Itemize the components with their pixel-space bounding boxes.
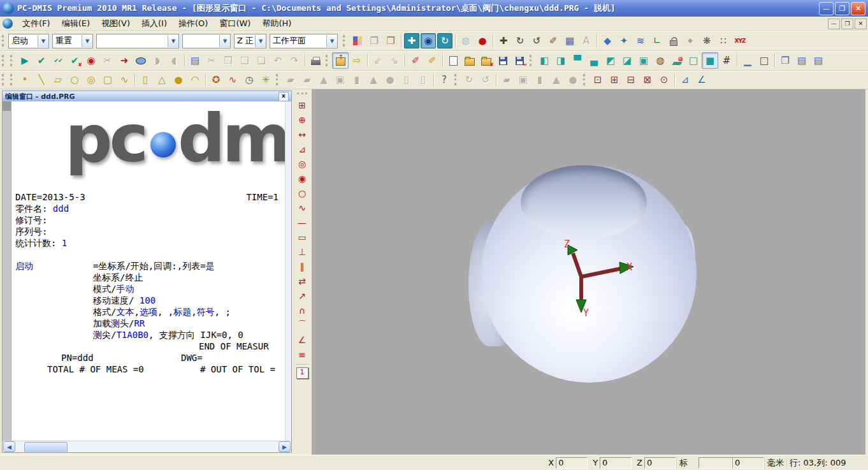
save-icon[interactable] [495,52,511,69]
gdt-flatness-icon[interactable]: ▭ [294,230,310,244]
constructed-square2-icon[interactable]: ▯ [415,71,431,88]
edit-window-titlebar[interactable]: 编辑窗口 - ddd.PRG x [3,91,291,101]
marker-yellow-icon[interactable]: ✐ [424,52,440,69]
window-cascade-icon[interactable]: ❐ [777,52,793,69]
layers-icon[interactable]: ≋ [632,33,649,49]
probe-enable-icon[interactable] [332,52,349,69]
marker-red-icon[interactable]: ✐ [407,52,424,69]
rotate-view-icon[interactable]: ◉ [421,33,436,48]
rotate-2d-icon[interactable]: ↻ [512,33,528,49]
measured-cylinder-icon[interactable]: ▯ [137,71,154,88]
gdt-straightness-icon[interactable]: — [294,215,310,230]
gdt-symmetry-arrows-icon[interactable]: ⇄ [294,274,310,288]
angle-3d-icon[interactable]: ∠ [693,71,710,88]
chevron-down-icon[interactable]: ▼ [168,35,178,47]
measured-slot-icon[interactable]: ▢ [99,71,116,88]
view-cube-bottom-icon[interactable]: ▄ [586,52,602,69]
dim-angle-icon[interactable]: ⊟ [623,71,639,88]
menu-view[interactable]: 视图(V) [96,17,136,31]
redo-icon[interactable]: ↷ [286,52,303,69]
restore-button[interactable]: ❐ [835,2,850,15]
view-cube-left-icon[interactable]: ◩ [602,52,619,69]
auto-circle-icon[interactable]: ▣ [515,71,532,88]
gdt-line-profile-icon[interactable]: ⌒ [294,318,310,332]
paste-special-icon[interactable]: ❏ [253,52,270,69]
gdt-parallelism-icon[interactable]: ∥ [294,259,310,274]
undo-icon[interactable]: ↶ [270,52,286,69]
menu-window[interactable]: 窗口(W) [213,17,256,31]
gdt-profile-curve-icon[interactable]: ∿ [294,200,310,215]
child-minimize-button[interactable]: — [828,18,840,29]
view-cube-back-icon[interactable]: ◨ [553,52,569,69]
constructed-plane-icon[interactable]: ▰ [282,71,299,88]
skip-icon[interactable]: ✂ [99,52,116,69]
workplane-combo[interactable]: 工作平面▼ [270,34,338,48]
execute-double-check-icon[interactable]: ✔✔ [50,52,66,69]
cut-icon[interactable]: ✂ [203,52,220,69]
execute-icon[interactable]: ▶ [17,52,33,69]
report-list-icon[interactable]: ▤ [793,52,810,69]
gdt-location-icon[interactable]: ⊕ [294,112,310,127]
gdt-distance-icon[interactable]: ↔ [294,127,310,142]
menu-operation[interactable]: 操作(O) [173,17,213,31]
minimize-button[interactable]: — [819,2,834,15]
constructed-plane2-icon[interactable]: ▰ [299,71,315,88]
translate-icon[interactable]: ✚ [495,33,512,49]
restore-graphics-icon[interactable]: □ [756,52,772,69]
gdt-angularity-icon[interactable]: ∠ [294,332,310,347]
scroll-right-icon[interactable]: ▶ [278,441,291,452]
rotate-3d-icon[interactable]: ↺ [528,33,545,49]
gdt-concentricity-icon[interactable]: ◎ [294,156,310,171]
open-file-icon[interactable] [461,52,478,69]
child-close-button[interactable]: ✕ [855,18,867,29]
mesh-gauge-icon[interactable]: ✳ [257,71,274,88]
wire-cube-icon[interactable]: □ [685,52,702,69]
level-plane-icon[interactable]: ⊿ [677,71,693,88]
chevron-down-icon[interactable]: ▼ [255,35,266,47]
auto-cone-icon[interactable]: ▲ [548,71,565,88]
measured-point-icon[interactable]: • [17,71,33,88]
text-mode-icon[interactable]: A [578,33,595,49]
report-template-icon[interactable]: ❐ [382,33,399,49]
trace-gauge-icon[interactable]: ∿ [224,71,241,88]
gdt-total-runout-icon[interactable]: ◉ [294,171,310,186]
measured-plane-icon[interactable]: ▱ [50,71,66,88]
jump-arrow-icon[interactable]: ⇙ [370,52,386,69]
view-cube-iso-icon[interactable]: ▣ [635,52,652,69]
cad-model-icon[interactable]: ◆ [599,33,616,49]
measured-cone-icon[interactable]: △ [154,71,170,88]
measured-sphere-icon[interactable]: ● [170,71,187,88]
help-icon[interactable]: ? [436,71,452,88]
flow-arrow-icon[interactable]: ➜ [116,52,133,69]
menu-edit[interactable]: 编辑(E) [56,17,96,31]
axes-toggle-icon[interactable]: ∟ [649,33,665,49]
constructed-circle-icon[interactable]: ▣ [332,71,349,88]
ellipse-tool-icon[interactable] [133,52,149,69]
edit-horizontal-scrollbar[interactable]: ◀ ▶ [3,441,291,452]
edit-summary-icon[interactable]: ▤ [187,52,203,69]
chevron-down-icon[interactable]: ▼ [82,35,92,47]
jump-arrow2-icon[interactable]: ⇘ [386,52,403,69]
constructed-cone-icon[interactable]: ▲ [365,71,382,88]
goto-next-icon[interactable]: ⇨ [349,52,365,69]
gear-icon[interactable]: ❋ [698,33,715,49]
wire-globe-icon[interactable]: ◍ [458,33,474,49]
view-cube-top-icon[interactable]: ▀ [569,52,586,69]
program-editor[interactable]: pc dm DATE=2013-5-3TIME=1零件名: ddd修订号:序列号… [11,101,285,441]
scan-loop2-icon[interactable]: ↺ [477,71,494,88]
gdt-circularity-icon[interactable]: ○ [294,186,310,200]
report-list2-icon[interactable]: ▤ [810,52,827,69]
stop-icon[interactable]: ◉ [83,52,99,69]
view-cube-front-icon[interactable]: ◧ [536,52,553,69]
wire-sphere-icon[interactable]: ◍ [652,52,669,69]
close-file-icon[interactable]: ✘ [478,52,495,69]
xyz-icon[interactable]: XYZ [732,33,748,49]
measured-surface-icon[interactable]: ◠ [187,71,203,88]
gdt-surface-profile-icon[interactable]: ∩ [294,303,310,318]
probe-tip-combo[interactable]: ▼ [182,34,231,48]
new-file-icon[interactable] [445,52,461,69]
dim-location-icon[interactable]: ⊡ [590,71,606,88]
graphics-viewport[interactable]: X Y Z [312,89,868,455]
pan-view-icon[interactable]: ✚ [404,33,419,48]
lock-icon[interactable] [665,33,682,49]
